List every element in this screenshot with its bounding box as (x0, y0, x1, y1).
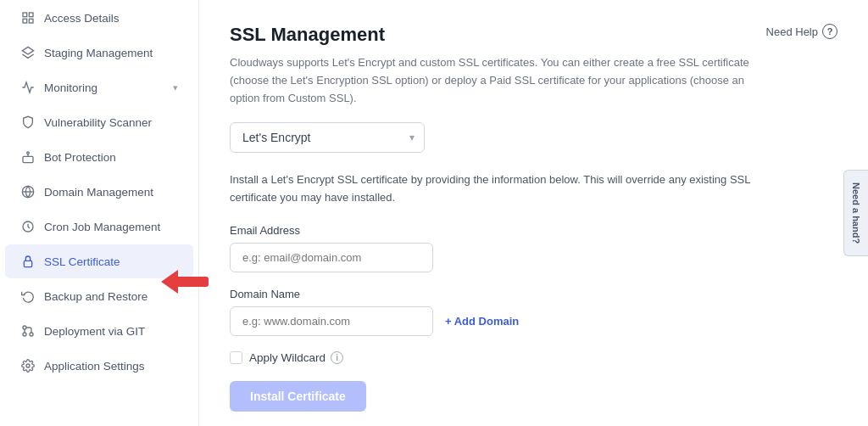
sidebar: Access Details Staging Management Monito… (0, 0, 199, 426)
domain-form-group: Domain Name + Add Domain (230, 288, 837, 336)
ssl-type-select[interactable]: Let's Encrypt Custom SSL (230, 122, 425, 153)
wildcard-info-icon[interactable]: i (331, 351, 343, 364)
main-content: SSL Management Need Help ? Cloudways sup… (199, 0, 868, 426)
email-form-group: Email Address (230, 224, 837, 272)
apply-wildcard-row: Apply Wildcard i (230, 351, 837, 364)
restore-icon (20, 289, 36, 304)
svg-point-17 (26, 364, 30, 367)
svg-point-16 (23, 333, 26, 336)
sidebar-item-access-details[interactable]: Access Details (5, 1, 193, 35)
sidebar-item-monitoring[interactable]: Monitoring ▾ (5, 70, 193, 104)
arrow-shaft (178, 277, 209, 287)
email-label: Email Address (230, 224, 837, 237)
sidebar-label: Access Details (44, 12, 120, 25)
grid-icon (20, 10, 36, 25)
sidebar-item-bot-protection[interactable]: Bot Protection (5, 140, 193, 174)
sidebar-label: Backup and Restore (44, 290, 147, 303)
red-arrow-indicator (161, 270, 209, 294)
sidebar-label: Bot Protection (44, 151, 116, 164)
need-help-label: Need Help (766, 25, 818, 38)
git-icon (20, 323, 36, 339)
help-circle-icon: ? (822, 24, 837, 39)
ssl-description: Cloudways supports Let's Encrypt and cus… (230, 54, 772, 107)
sidebar-item-deployment-via-git[interactable]: Deployment via GIT (5, 314, 193, 348)
sidebar-item-application-settings[interactable]: Application Settings (5, 349, 193, 383)
svg-marker-4 (22, 47, 33, 54)
domain-label: Domain Name (230, 288, 837, 300)
need-help-button[interactable]: Need Help ? (766, 24, 837, 39)
sidebar-label: Staging Management (44, 47, 153, 59)
clock-icon (20, 219, 36, 234)
ssl-type-wrapper: Let's Encrypt Custom SSL ▾ (230, 122, 425, 153)
install-info-text: Install a Let's Encrypt SSL certificate … (230, 171, 772, 207)
apply-wildcard-checkbox[interactable] (230, 351, 242, 364)
apply-wildcard-label: Apply Wildcard i (249, 351, 343, 364)
domain-row: + Add Domain (230, 306, 837, 336)
sidebar-label: Deployment via GIT (44, 325, 145, 338)
svg-rect-5 (23, 156, 33, 162)
sidebar-label: SSL Certificate (44, 255, 120, 268)
svg-rect-1 (29, 13, 33, 17)
chevron-down-icon: ▾ (173, 82, 178, 93)
svg-point-6 (27, 152, 30, 154)
page-title: SSL Management (230, 24, 385, 46)
sidebar-label: Cron Job Management (44, 221, 160, 233)
sidebar-label: Vulnerability Scanner (44, 116, 152, 129)
lock-icon (20, 254, 36, 269)
sidebar-item-staging-management[interactable]: Staging Management (5, 36, 193, 70)
shield-icon (20, 115, 36, 130)
bot-icon (20, 149, 36, 165)
svg-rect-13 (24, 261, 31, 266)
sidebar-label: Monitoring (44, 81, 97, 94)
svg-point-14 (30, 333, 33, 336)
svg-point-15 (23, 326, 26, 329)
install-certificate-button[interactable]: Install Certificate (230, 381, 366, 412)
chart-icon (20, 80, 36, 95)
sidebar-label: Application Settings (44, 360, 145, 373)
globe-icon (20, 184, 36, 199)
sidebar-label: Domain Management (44, 186, 153, 199)
svg-rect-2 (23, 19, 27, 23)
arrow-head (161, 270, 178, 294)
svg-rect-0 (23, 13, 27, 17)
sidebar-item-cron-job-management[interactable]: Cron Job Management (5, 210, 193, 244)
sidebar-item-vulnerability-scanner[interactable]: Vulnerability Scanner (5, 105, 193, 139)
need-a-hand-tab[interactable]: Need a hand? (843, 170, 868, 256)
domain-input[interactable] (230, 306, 433, 336)
svg-rect-3 (29, 19, 33, 23)
layers-icon (20, 45, 36, 60)
add-domain-button[interactable]: + Add Domain (445, 315, 519, 328)
email-input[interactable] (230, 243, 433, 272)
gear-icon (20, 358, 36, 373)
page-header: SSL Management Need Help ? (230, 24, 837, 46)
sidebar-item-domain-management[interactable]: Domain Management (5, 175, 193, 209)
